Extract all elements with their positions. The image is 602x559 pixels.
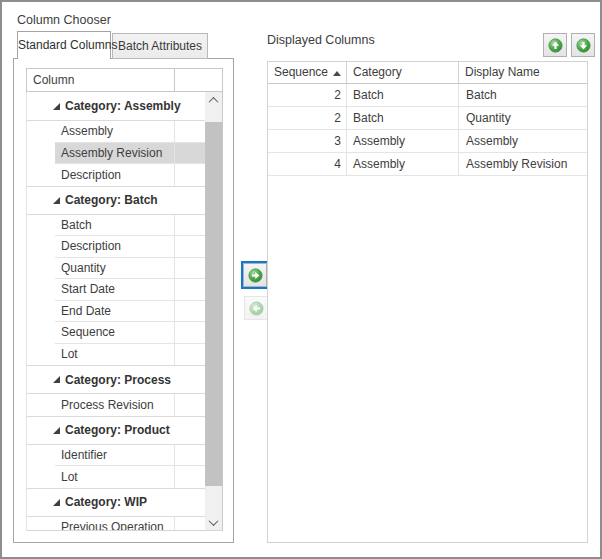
move-right-button[interactable]	[241, 261, 269, 289]
column-item-label: Process Revision	[61, 398, 154, 412]
category-group-row[interactable]: Category: Assembly	[27, 92, 207, 121]
cell-display-name: Batch	[458, 84, 587, 106]
cell-sequence: 4	[268, 153, 346, 175]
move-left-button[interactable]	[244, 296, 268, 320]
tab-batch-attributes[interactable]: Batch Attributes	[112, 33, 208, 59]
standard-columns-panel: Column Category: AssemblyAssemblyAssembl…	[13, 58, 234, 543]
column-header-cell[interactable]: Column	[27, 69, 174, 91]
table-header-row: Sequence Category Display Name	[268, 62, 587, 84]
column-list-item[interactable]: Lot	[55, 344, 207, 366]
vertical-scrollbar[interactable]	[205, 92, 222, 531]
tab-standard-columns[interactable]: Standard Columns	[17, 31, 111, 59]
category-group-row[interactable]: Category: Process	[27, 365, 207, 394]
group-expander-icon[interactable]	[53, 427, 60, 434]
category-group-label: Category: Assembly	[65, 99, 181, 113]
cell-category: Assembly	[346, 130, 458, 152]
column-item-label: Assembly Revision	[61, 146, 162, 160]
arrow-right-circle-icon	[246, 266, 265, 285]
arrow-down-circle-icon	[574, 36, 593, 55]
category-group-label: Category: Process	[65, 373, 171, 387]
column-item-label: Start Date	[61, 282, 115, 296]
chevron-down-icon	[209, 516, 219, 526]
move-down-button[interactable]	[571, 33, 595, 57]
column-chooser-dialog: Column Chooser Standard Columns Batch At…	[0, 0, 602, 559]
table-row[interactable]: 3AssemblyAssembly	[268, 130, 587, 153]
column-item-label: Description	[61, 168, 121, 182]
category-group-row[interactable]: Category: WIP	[27, 488, 207, 517]
cell-category: Batch	[346, 107, 458, 129]
scroll-up-button[interactable]	[205, 92, 222, 109]
column-list-item[interactable]: Quantity	[55, 258, 207, 280]
column-list-item[interactable]: Assembly	[55, 121, 207, 143]
column-list-item[interactable]: End Date	[55, 301, 207, 323]
header-sequence[interactable]: Sequence	[268, 62, 346, 83]
column-list-item[interactable]: Batch	[55, 215, 207, 237]
scroll-down-button[interactable]	[205, 514, 222, 531]
cell-display-name: Assembly	[458, 130, 587, 152]
column-grid-header: Column	[26, 68, 223, 92]
cell-category: Assembly	[346, 153, 458, 175]
column-item-label: Lot	[61, 347, 78, 361]
group-expander-icon[interactable]	[53, 499, 60, 506]
category-group-row[interactable]: Category: Product	[27, 416, 207, 445]
arrow-left-circle-icon	[247, 299, 266, 318]
column-list-item[interactable]: Identifier	[55, 445, 207, 467]
scrollbar-thumb[interactable]	[205, 122, 222, 486]
column-list-item[interactable]: Description	[55, 236, 207, 258]
chevron-up-icon	[209, 97, 219, 107]
column-list: Category: AssemblyAssemblyAssembly Revis…	[26, 92, 223, 531]
column-list-item[interactable]: Description	[55, 164, 207, 186]
column-item-label: Description	[61, 239, 121, 253]
column-item-label: Previous Operation	[61, 520, 164, 531]
move-up-button[interactable]	[543, 33, 567, 57]
table-row[interactable]: 2BatchBatch	[268, 84, 587, 107]
header-sequence-label: Sequence	[274, 62, 328, 83]
cell-display-name: Quantity	[458, 107, 587, 129]
column-item-label: Assembly	[61, 124, 113, 138]
column-list-item[interactable]: Assembly Revision	[55, 143, 207, 165]
cell-category: Batch	[346, 84, 458, 106]
cell-display-name: Assembly Revision	[458, 153, 587, 175]
column-item-label: Batch	[61, 218, 92, 232]
column-list-item[interactable]: Previous Operation	[55, 517, 207, 532]
column-list-item[interactable]: Process Revision	[55, 394, 207, 416]
column-item-label: Sequence	[61, 325, 115, 339]
header-category[interactable]: Category	[346, 62, 458, 83]
column-item-label: Quantity	[61, 261, 106, 275]
cell-sequence: 3	[268, 130, 346, 152]
cell-sequence: 2	[268, 84, 346, 106]
table-row[interactable]: 2BatchQuantity	[268, 107, 587, 130]
group-expander-icon[interactable]	[53, 103, 60, 110]
column-item-label: Identifier	[61, 448, 107, 462]
column-item-label: End Date	[61, 304, 111, 318]
blank-header-cell	[174, 69, 222, 91]
column-list-item[interactable]: Sequence	[55, 322, 207, 344]
column-item-label: Lot	[61, 470, 78, 484]
displayed-columns-table: Sequence Category Display Name 2BatchBat…	[267, 61, 588, 543]
category-group-label: Category: Product	[65, 423, 170, 437]
group-expander-icon[interactable]	[53, 376, 60, 383]
table-row[interactable]: 4AssemblyAssembly Revision	[268, 153, 587, 176]
sort-ascending-icon	[333, 71, 341, 76]
move-right-button-face[interactable]	[243, 263, 267, 287]
column-grid: Column Category: AssemblyAssemblyAssembl…	[26, 68, 223, 531]
arrow-up-circle-icon	[546, 36, 565, 55]
column-list-item[interactable]: Lot	[55, 466, 207, 488]
cell-sequence: 2	[268, 107, 346, 129]
header-display-name[interactable]: Display Name	[458, 62, 587, 83]
displayed-columns-title: Displayed Columns	[267, 33, 375, 47]
column-list-item[interactable]: Start Date	[55, 279, 207, 301]
category-group-row[interactable]: Category: Batch	[27, 186, 207, 215]
dialog-title: Column Chooser	[17, 13, 111, 27]
group-expander-icon[interactable]	[53, 197, 60, 204]
category-group-label: Category: WIP	[65, 495, 147, 509]
category-group-label: Category: Batch	[65, 193, 158, 207]
